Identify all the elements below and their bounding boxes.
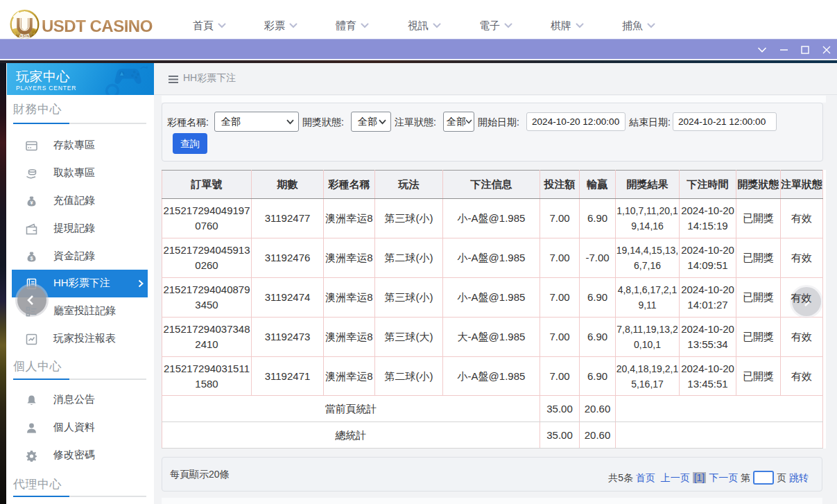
svg-text:CASINO: CASINO (17, 34, 32, 38)
